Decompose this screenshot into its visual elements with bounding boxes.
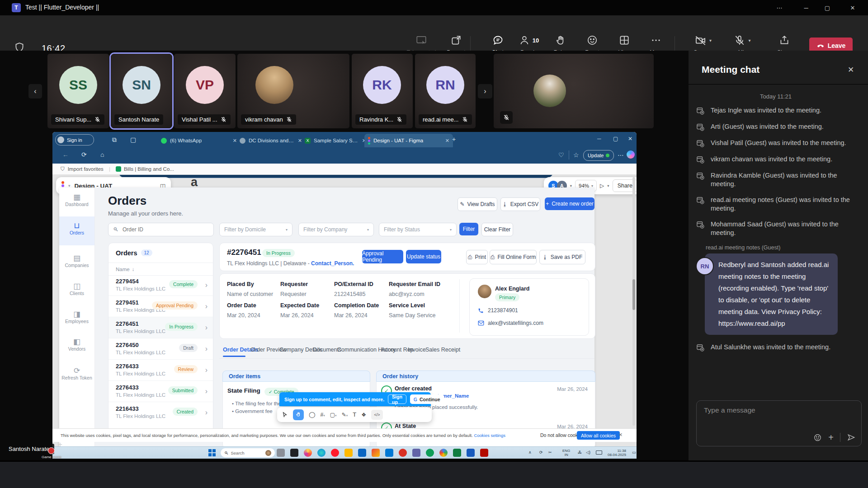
browser-essentials-icon[interactable]: ♡ [558, 151, 564, 159]
pinned-app-icon[interactable] [426, 449, 434, 457]
browser-menu-icon[interactable]: ⋯ [618, 151, 624, 159]
pinned-app-icon[interactable] [304, 449, 312, 457]
sidebar-item-orders[interactable]: ⊔Orders [59, 222, 94, 235]
start-button-shared[interactable] [208, 449, 216, 456]
figma-signup-button[interactable]: Sign up [388, 394, 406, 404]
print-button[interactable]: ⎙Print [466, 250, 488, 264]
participant-tile[interactable]: RN read.ai mee... [415, 54, 476, 128]
dev-mode-toggle[interactable]: </> [371, 410, 383, 420]
browser-close-button[interactable]: ✕ [628, 136, 632, 142]
language-indicator-shared[interactable]: ENGIN [562, 449, 570, 457]
pinned-app-icon[interactable] [317, 449, 326, 457]
cookie-settings-link[interactable]: Cookies settings [474, 433, 505, 438]
scrollbar-thumb[interactable] [632, 279, 635, 310]
pinned-app-icon[interactable] [453, 449, 461, 457]
export-csv-button[interactable]: ⭳Export CSV [500, 197, 540, 211]
mic-dropdown-chevron[interactable]: ▾ [748, 38, 750, 43]
tab-invoice[interactable]: Invoice [408, 347, 426, 353]
order-id-search[interactable]: 🔍︎ [108, 223, 214, 236]
browser-signin-button[interactable]: Sign in [55, 134, 94, 145]
back-icon[interactable]: ← [62, 151, 69, 158]
tab-sales-receipt[interactable]: Sales Receipt [425, 347, 460, 353]
order-row[interactable]: 2276433 TL Flex Holdings LLC Submitted › [108, 381, 213, 402]
pinned-app-icon[interactable] [331, 449, 339, 457]
participant-tile[interactable]: SS Shivani Sup... [47, 54, 109, 128]
emoji-icon[interactable] [813, 433, 822, 442]
draw-tool-icon[interactable]: ✎▾ [342, 412, 348, 418]
chevron-down-icon[interactable]: ▾ [607, 183, 609, 188]
home-icon[interactable]: ⌂ [100, 151, 104, 158]
view-drafts-button[interactable]: ✎View Drafts [458, 197, 497, 211]
sidebar-item-refresh-token[interactable]: ⟳Refresh Token [59, 367, 94, 380]
text-tool-icon[interactable]: T [353, 411, 356, 418]
shape-tool-icon[interactable]: ▢▾ [330, 412, 337, 418]
participant-tile[interactable]: vikram chavan [237, 54, 349, 128]
sort-arrow-icon[interactable]: ↓ [132, 267, 135, 272]
minimize-button[interactable]: ─ [796, 0, 816, 15]
search-box-shared[interactable]: 🔍︎ Search [221, 448, 275, 457]
create-new-order-button[interactable]: +Create new order [545, 197, 594, 210]
browser-maximize-button[interactable]: ▢ [613, 136, 618, 142]
filter-domicile-select[interactable]: Filter by Domicile▾ [219, 223, 292, 236]
pinned-app-icon[interactable] [277, 449, 285, 457]
hand-tool-icon-active[interactable] [293, 409, 304, 420]
components-icon[interactable]: ❖ [361, 412, 366, 418]
tab-actions-icon[interactable]: ▢ [130, 136, 136, 143]
order-row[interactable]: 2276433 TL Flex Holdings LLC Review › [108, 360, 213, 381]
participant-tile[interactable]: RK Ravindra K... [352, 54, 413, 128]
filter-company-select[interactable]: Filter by Company▾ [298, 223, 374, 236]
pinned-app-icon[interactable] [385, 449, 393, 457]
close-chat-icon[interactable]: ✕ [848, 65, 854, 75]
sidebar-item-vendors[interactable]: ◧Vendors [59, 338, 94, 352]
pinned-app-icon[interactable] [290, 449, 298, 457]
sidebar-item-clients[interactable]: ◫Clients [59, 282, 94, 296]
participant-tile-wide[interactable] [494, 54, 654, 128]
present-play-icon[interactable]: ▷ [600, 183, 604, 189]
order-row-selected[interactable]: 2276451 TL Flex Holdings LLC In Progress… [108, 317, 213, 338]
pinned-app-icon[interactable] [439, 449, 448, 457]
save-as-pdf-button[interactable]: ⭳Save as PDF [539, 250, 585, 264]
notifications-icon[interactable]: ▭ [632, 450, 636, 455]
workspaces-icon[interactable]: ⧉ [112, 136, 117, 144]
approval-pending-button[interactable]: Approval Pending [362, 250, 403, 263]
pinned-app-icon[interactable] [358, 449, 366, 457]
order-row[interactable]: 2279454 TL Flex Holdings LLC Complete › [108, 275, 213, 296]
maximize-button[interactable]: ▢ [817, 0, 837, 15]
pinned-app-icon[interactable] [467, 449, 475, 457]
clear-filter-button[interactable]: Clear Filter [481, 223, 513, 236]
order-row[interactable]: 2276450 TL Flex Holdings LLC Draft › [108, 338, 213, 360]
order-id-input[interactable] [122, 226, 196, 233]
attach-plus-icon[interactable]: + [828, 433, 834, 441]
contact-email[interactable]: alex@vstatefilings.com [488, 320, 543, 326]
pinned-app-icon[interactable] [344, 449, 353, 457]
tray-chevron-icon[interactable]: ∧ [528, 450, 532, 455]
bookmark-bills[interactable]: Bills | Billing and Co... [124, 166, 174, 172]
order-row[interactable]: 2279451 TL Flex Holdings LLC Approval Pe… [108, 296, 213, 317]
contact-person-link[interactable]: Contact_Person. [311, 260, 354, 267]
scroll-tiles-right-button[interactable]: › [478, 84, 492, 99]
update-browser-button[interactable]: Update [583, 150, 614, 161]
copilot-icon[interactable] [627, 150, 635, 159]
google-continue-button[interactable]: GContinue [410, 394, 444, 404]
browser-tab-active[interactable]: Design - UAT - Figma ✕ [364, 134, 453, 147]
move-tool-icon[interactable] [282, 412, 288, 418]
fill-online-form-button[interactable]: ⎙Fill Online Form [490, 250, 537, 264]
pen-tool-icon[interactable]: ◯ [309, 411, 316, 418]
favorites-list-icon[interactable]: ☆ [573, 151, 579, 159]
close-tab-icon[interactable]: ✕ [445, 138, 449, 144]
filter-button[interactable]: Filter [459, 223, 478, 235]
camera-dropdown-chevron[interactable]: ▾ [709, 38, 712, 43]
canvas-scrollbar[interactable] [632, 177, 635, 426]
pinned-app-icon[interactable] [480, 449, 488, 457]
message-input[interactable] [703, 405, 854, 430]
browser-tab[interactable]: DC Divisions and Surroundings ✕ [236, 134, 306, 147]
browser-tab[interactable]: (6) WhatsApp ✕ [157, 134, 241, 147]
browser-minimize-button[interactable]: ─ [597, 136, 601, 142]
scroll-tiles-left-button[interactable]: ‹ [28, 84, 42, 99]
pinned-app-icon[interactable] [399, 449, 407, 457]
order-row[interactable]: 2216433 TL Flex Holdings LLC Created › [108, 402, 213, 423]
participant-tile-active-speaker[interactable]: SN Santosh Narate [111, 54, 172, 128]
sidebar-item-employees[interactable]: ◨Employees [59, 310, 94, 324]
frame-tool-icon[interactable]: #▾ [321, 412, 325, 418]
close-banner-icon[interactable]: ✕ [618, 432, 623, 438]
